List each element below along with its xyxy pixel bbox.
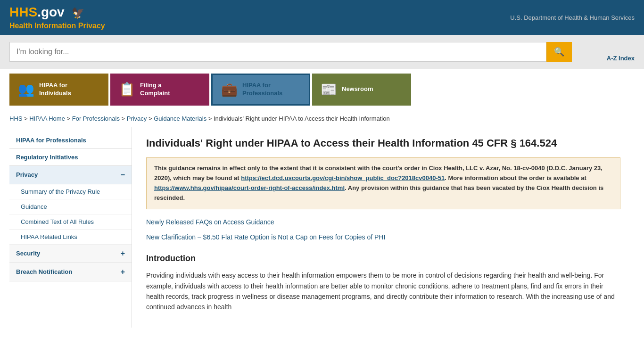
content-area: Individuals' Right under HIPAA to Access… xyxy=(132,127,635,328)
sidebar-subitem-summary-privacy-rule[interactable]: Summary of the Privacy Rule xyxy=(9,184,132,199)
sidebar-privacy-label: Privacy xyxy=(16,171,38,178)
az-index-link[interactable]: A-Z Index xyxy=(607,55,635,62)
complaint-label: Filing aComplaint xyxy=(140,82,170,98)
nav-hipaa-professionals[interactable]: 💼 HIPAA forProfessionals xyxy=(211,74,310,106)
breadcrumb-for-professionals[interactable]: For Professionals xyxy=(72,115,120,122)
page-title: Individuals' Right under HIPAA to Access… xyxy=(146,137,620,150)
notice-link2[interactable]: https://www.hhs.gov/hipaa/court-order-ri… xyxy=(154,184,345,191)
nav-filing-complaint[interactable]: 📋 Filing aComplaint xyxy=(110,74,209,106)
sidebar-subitem-combined-text[interactable]: Combined Text of All Rules xyxy=(9,214,132,230)
sidebar-privacy-subitems: Summary of the Privacy Rule Guidance Com… xyxy=(9,184,132,245)
complaint-icon: 📋 xyxy=(119,82,135,97)
notice-box: This guidance remains in effect only to … xyxy=(146,157,620,209)
sidebar-security-label: Security xyxy=(16,250,40,257)
sidebar-item-security[interactable]: Security + xyxy=(9,245,132,263)
notice-link1[interactable]: https://ecf.dcd.uscourts.gov/cgi-bin/sho… xyxy=(241,174,445,181)
sidebar-item-privacy[interactable]: Privacy − xyxy=(9,166,132,184)
sidebar-privacy-toggle: − xyxy=(121,171,125,179)
search-bar-wrapper: 🔍 xyxy=(9,42,572,62)
breadcrumb-hhs[interactable]: HHS xyxy=(9,115,22,122)
professionals-icon: 💼 xyxy=(221,82,238,97)
header-branding: HHS.gov 🦅 Health Information Privacy xyxy=(9,5,105,30)
gov-text: .gov xyxy=(37,5,65,19)
breadcrumb-privacy[interactable]: Privacy xyxy=(127,115,147,122)
notice-text-2: . More information about the order is av… xyxy=(445,174,586,181)
sidebar-item-hipaa-professionals[interactable]: HIPAA for Professionals xyxy=(9,132,132,149)
nav-hipaa-individuals[interactable]: 👥 HIPAA forIndividuals xyxy=(9,74,108,106)
intro-paragraph: Providing individuals with easy access t… xyxy=(146,270,620,313)
newsroom-icon: 📰 xyxy=(321,82,337,97)
breadcrumb-current: Individuals' Right under HIPAA to Access… xyxy=(214,115,390,122)
breadcrumb-hipaa-home[interactable]: HIPAA Home xyxy=(29,115,65,122)
clarification-link[interactable]: New Clarification – $6.50 Flat Rate Opti… xyxy=(146,232,620,242)
sidebar-breach-toggle: + xyxy=(121,268,125,276)
sidebar-item-regulatory-initiatives[interactable]: Regulatory Initiatives xyxy=(9,149,132,166)
hhs-text: HHS xyxy=(9,5,37,19)
faq-access-link[interactable]: Newly Released FAQs on Access Guidance xyxy=(146,217,620,227)
agency-name: U.S. Department of Health & Human Servic… xyxy=(510,14,635,21)
breadcrumb-guidance-materials[interactable]: Guidance Materials xyxy=(154,115,206,122)
sidebar-item-breach-notification[interactable]: Breach Notification + xyxy=(9,263,132,281)
sidebar-subitem-guidance[interactable]: Guidance xyxy=(9,199,132,214)
individuals-icon: 👥 xyxy=(18,82,34,97)
individuals-label: HIPAA forIndividuals xyxy=(39,82,71,98)
search-area: 🔍 A-Z Index xyxy=(0,35,644,69)
sidebar-breach-label: Breach Notification xyxy=(16,268,72,275)
sidebar: HIPAA for Professionals Regulatory Initi… xyxy=(9,127,132,328)
professionals-label: HIPAA forProfessionals xyxy=(242,82,282,98)
site-subtitle: Health Information Privacy xyxy=(9,22,105,30)
nav-buttons: 👥 HIPAA forIndividuals 📋 Filing aComplai… xyxy=(0,69,644,110)
sidebar-subitem-hipaa-related-links[interactable]: HIPAA Related Links xyxy=(9,230,132,245)
breadcrumb: HHS > HIPAA Home > For Professionals > P… xyxy=(0,110,644,127)
sidebar-security-toggle: + xyxy=(121,249,125,258)
site-header: HHS.gov 🦅 Health Information Privacy U.S… xyxy=(0,0,644,35)
nav-newsroom[interactable]: 📰 Newsroom xyxy=(312,74,411,106)
newsroom-label: Newsroom xyxy=(342,85,373,93)
search-input[interactable] xyxy=(9,42,546,62)
intro-heading: Introduction xyxy=(146,252,620,265)
search-button[interactable]: 🔍 xyxy=(546,42,572,62)
hhs-logo: HHS.gov 🦅 xyxy=(9,5,105,20)
main-content: HIPAA for Professionals Regulatory Initi… xyxy=(0,127,644,328)
